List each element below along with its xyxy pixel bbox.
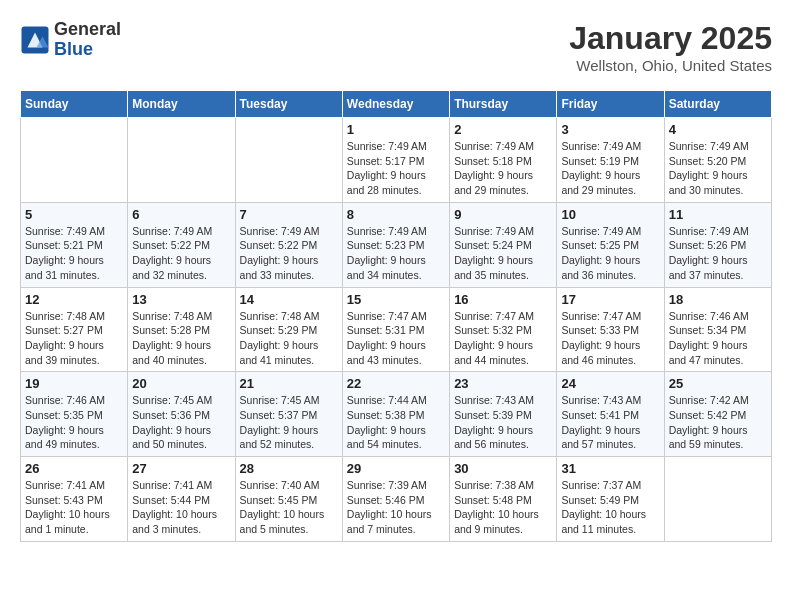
day-number: 2 <box>454 122 552 137</box>
calendar-cell: 4Sunrise: 7:49 AM Sunset: 5:20 PM Daylig… <box>664 118 771 203</box>
day-number: 28 <box>240 461 338 476</box>
day-detail: Sunrise: 7:47 AM Sunset: 5:32 PM Dayligh… <box>454 309 552 368</box>
day-header-tuesday: Tuesday <box>235 91 342 118</box>
calendar-cell: 28Sunrise: 7:40 AM Sunset: 5:45 PM Dayli… <box>235 457 342 542</box>
day-number: 23 <box>454 376 552 391</box>
day-detail: Sunrise: 7:49 AM Sunset: 5:19 PM Dayligh… <box>561 139 659 198</box>
day-number: 1 <box>347 122 445 137</box>
logo-text: General Blue <box>54 20 121 60</box>
calendar-cell: 27Sunrise: 7:41 AM Sunset: 5:44 PM Dayli… <box>128 457 235 542</box>
day-detail: Sunrise: 7:49 AM Sunset: 5:22 PM Dayligh… <box>240 224 338 283</box>
calendar-cell: 23Sunrise: 7:43 AM Sunset: 5:39 PM Dayli… <box>450 372 557 457</box>
day-number: 22 <box>347 376 445 391</box>
day-number: 3 <box>561 122 659 137</box>
day-detail: Sunrise: 7:49 AM Sunset: 5:18 PM Dayligh… <box>454 139 552 198</box>
day-number: 12 <box>25 292 123 307</box>
day-detail: Sunrise: 7:48 AM Sunset: 5:27 PM Dayligh… <box>25 309 123 368</box>
day-number: 9 <box>454 207 552 222</box>
day-number: 26 <box>25 461 123 476</box>
calendar-week-2: 5Sunrise: 7:49 AM Sunset: 5:21 PM Daylig… <box>21 202 772 287</box>
calendar-week-1: 1Sunrise: 7:49 AM Sunset: 5:17 PM Daylig… <box>21 118 772 203</box>
calendar-cell: 11Sunrise: 7:49 AM Sunset: 5:26 PM Dayli… <box>664 202 771 287</box>
day-number: 19 <box>25 376 123 391</box>
day-detail: Sunrise: 7:49 AM Sunset: 5:22 PM Dayligh… <box>132 224 230 283</box>
month-title: January 2025 <box>569 20 772 57</box>
calendar-week-4: 19Sunrise: 7:46 AM Sunset: 5:35 PM Dayli… <box>21 372 772 457</box>
calendar-cell: 10Sunrise: 7:49 AM Sunset: 5:25 PM Dayli… <box>557 202 664 287</box>
day-header-sunday: Sunday <box>21 91 128 118</box>
day-detail: Sunrise: 7:49 AM Sunset: 5:21 PM Dayligh… <box>25 224 123 283</box>
day-number: 29 <box>347 461 445 476</box>
day-number: 4 <box>669 122 767 137</box>
calendar-cell: 7Sunrise: 7:49 AM Sunset: 5:22 PM Daylig… <box>235 202 342 287</box>
day-detail: Sunrise: 7:49 AM Sunset: 5:26 PM Dayligh… <box>669 224 767 283</box>
logo-icon <box>20 25 50 55</box>
day-detail: Sunrise: 7:45 AM Sunset: 5:37 PM Dayligh… <box>240 393 338 452</box>
calendar-cell: 22Sunrise: 7:44 AM Sunset: 5:38 PM Dayli… <box>342 372 449 457</box>
logo-general: General <box>54 20 121 40</box>
day-header-monday: Monday <box>128 91 235 118</box>
day-number: 27 <box>132 461 230 476</box>
calendar-cell: 13Sunrise: 7:48 AM Sunset: 5:28 PM Dayli… <box>128 287 235 372</box>
day-detail: Sunrise: 7:45 AM Sunset: 5:36 PM Dayligh… <box>132 393 230 452</box>
day-detail: Sunrise: 7:48 AM Sunset: 5:28 PM Dayligh… <box>132 309 230 368</box>
day-number: 13 <box>132 292 230 307</box>
day-header-wednesday: Wednesday <box>342 91 449 118</box>
day-detail: Sunrise: 7:41 AM Sunset: 5:43 PM Dayligh… <box>25 478 123 537</box>
day-detail: Sunrise: 7:46 AM Sunset: 5:34 PM Dayligh… <box>669 309 767 368</box>
calendar-cell: 15Sunrise: 7:47 AM Sunset: 5:31 PM Dayli… <box>342 287 449 372</box>
day-detail: Sunrise: 7:49 AM Sunset: 5:24 PM Dayligh… <box>454 224 552 283</box>
calendar-header-row: SundayMondayTuesdayWednesdayThursdayFrid… <box>21 91 772 118</box>
calendar-cell: 14Sunrise: 7:48 AM Sunset: 5:29 PM Dayli… <box>235 287 342 372</box>
day-number: 7 <box>240 207 338 222</box>
day-number: 20 <box>132 376 230 391</box>
day-detail: Sunrise: 7:39 AM Sunset: 5:46 PM Dayligh… <box>347 478 445 537</box>
day-number: 30 <box>454 461 552 476</box>
calendar-cell: 24Sunrise: 7:43 AM Sunset: 5:41 PM Dayli… <box>557 372 664 457</box>
calendar-cell: 2Sunrise: 7:49 AM Sunset: 5:18 PM Daylig… <box>450 118 557 203</box>
day-detail: Sunrise: 7:43 AM Sunset: 5:41 PM Dayligh… <box>561 393 659 452</box>
calendar-cell: 29Sunrise: 7:39 AM Sunset: 5:46 PM Dayli… <box>342 457 449 542</box>
day-number: 17 <box>561 292 659 307</box>
calendar-cell: 17Sunrise: 7:47 AM Sunset: 5:33 PM Dayli… <box>557 287 664 372</box>
calendar-cell: 30Sunrise: 7:38 AM Sunset: 5:48 PM Dayli… <box>450 457 557 542</box>
calendar-cell <box>664 457 771 542</box>
day-header-saturday: Saturday <box>664 91 771 118</box>
calendar-cell: 12Sunrise: 7:48 AM Sunset: 5:27 PM Dayli… <box>21 287 128 372</box>
day-detail: Sunrise: 7:41 AM Sunset: 5:44 PM Dayligh… <box>132 478 230 537</box>
day-detail: Sunrise: 7:38 AM Sunset: 5:48 PM Dayligh… <box>454 478 552 537</box>
day-number: 5 <box>25 207 123 222</box>
calendar-week-3: 12Sunrise: 7:48 AM Sunset: 5:27 PM Dayli… <box>21 287 772 372</box>
calendar-cell: 8Sunrise: 7:49 AM Sunset: 5:23 PM Daylig… <box>342 202 449 287</box>
calendar-cell: 5Sunrise: 7:49 AM Sunset: 5:21 PM Daylig… <box>21 202 128 287</box>
day-number: 16 <box>454 292 552 307</box>
calendar-cell: 31Sunrise: 7:37 AM Sunset: 5:49 PM Dayli… <box>557 457 664 542</box>
day-detail: Sunrise: 7:43 AM Sunset: 5:39 PM Dayligh… <box>454 393 552 452</box>
calendar-cell <box>235 118 342 203</box>
day-detail: Sunrise: 7:42 AM Sunset: 5:42 PM Dayligh… <box>669 393 767 452</box>
calendar-cell: 19Sunrise: 7:46 AM Sunset: 5:35 PM Dayli… <box>21 372 128 457</box>
logo-blue: Blue <box>54 40 121 60</box>
calendar-cell: 3Sunrise: 7:49 AM Sunset: 5:19 PM Daylig… <box>557 118 664 203</box>
page-header: General Blue January 2025 Wellston, Ohio… <box>20 20 772 74</box>
day-number: 8 <box>347 207 445 222</box>
calendar-cell <box>21 118 128 203</box>
calendar-cell: 21Sunrise: 7:45 AM Sunset: 5:37 PM Dayli… <box>235 372 342 457</box>
calendar-cell: 6Sunrise: 7:49 AM Sunset: 5:22 PM Daylig… <box>128 202 235 287</box>
day-detail: Sunrise: 7:44 AM Sunset: 5:38 PM Dayligh… <box>347 393 445 452</box>
day-number: 21 <box>240 376 338 391</box>
day-number: 25 <box>669 376 767 391</box>
day-number: 18 <box>669 292 767 307</box>
day-number: 11 <box>669 207 767 222</box>
title-block: January 2025 Wellston, Ohio, United Stat… <box>569 20 772 74</box>
day-header-friday: Friday <box>557 91 664 118</box>
day-detail: Sunrise: 7:49 AM Sunset: 5:17 PM Dayligh… <box>347 139 445 198</box>
day-detail: Sunrise: 7:37 AM Sunset: 5:49 PM Dayligh… <box>561 478 659 537</box>
logo: General Blue <box>20 20 121 60</box>
day-detail: Sunrise: 7:40 AM Sunset: 5:45 PM Dayligh… <box>240 478 338 537</box>
day-number: 24 <box>561 376 659 391</box>
day-detail: Sunrise: 7:49 AM Sunset: 5:23 PM Dayligh… <box>347 224 445 283</box>
day-header-thursday: Thursday <box>450 91 557 118</box>
calendar-cell: 26Sunrise: 7:41 AM Sunset: 5:43 PM Dayli… <box>21 457 128 542</box>
day-detail: Sunrise: 7:49 AM Sunset: 5:25 PM Dayligh… <box>561 224 659 283</box>
